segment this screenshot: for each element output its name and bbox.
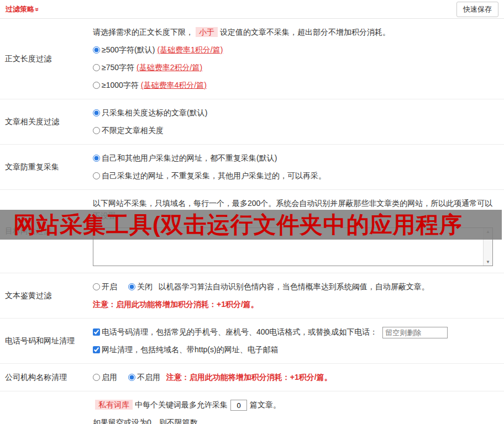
company-clean-options: 启用 不启用 注意：启用此功能将增加积分消耗：+1积分/篇。 — [93, 371, 498, 384]
company-option-on-label[interactable]: 启用 — [93, 373, 117, 381]
row-label-anti-duplicate: 文章防重复采集 — [0, 145, 93, 189]
option-fee: (基础费率2积分/篇) — [136, 63, 202, 72]
relevance-option-strict-label[interactable]: 只采集相关度达标的文章(默认) — [93, 108, 207, 117]
row-content-body-length: 请选择需求的正文长度下限，小于设定值的文章不采集，超出部分不增加积分消耗。 ≥5… — [93, 19, 504, 99]
url-clean-checkbox[interactable] — [93, 346, 100, 353]
row-label-relevance: 文章相关度过滤 — [0, 99, 93, 144]
url-clean-line: 网址清理，包括纯域名、带http(s)的网址、电子邮箱 — [93, 343, 498, 356]
phone-clean-checkbox[interactable] — [93, 328, 100, 336]
row-label-body-length: 正文长度过滤 — [0, 19, 93, 99]
length-radio-750[interactable] — [93, 64, 100, 71]
length-option-500-label[interactable]: ≥500字符(默认) — [93, 45, 155, 54]
option-text: 自己采集过的网址，不重复采集，其他用户采集过的，可以再采。 — [102, 171, 326, 180]
page-title: 过滤策略» — [6, 4, 39, 14]
option-text: 不启用 — [137, 373, 160, 381]
row-porn-filter: 文本鉴黄过滤 开启 关闭 以机器学习算法自动识别色情内容，当色情概率达到系统阈值… — [0, 273, 504, 319]
option-text: 启用 — [102, 373, 117, 381]
company-option-off-label[interactable]: 不启用 — [128, 373, 160, 381]
chevron-double-down-icon: » — [33, 7, 41, 11]
url-clean-checkbox-label[interactable]: 网址清理，包括纯域名、带http(s)的网址、电子邮箱 — [93, 345, 279, 354]
row-content-company-clean: 启用 不启用 注意：启用此功能将增加积分消耗：+1积分/篇。 — [93, 364, 504, 391]
dedupe-radio-self[interactable] — [93, 172, 100, 179]
option-text: 自己和其他用户采集过的网址，都不重复采集(默认) — [102, 153, 277, 162]
porn-option-on-label[interactable]: 开启 — [93, 282, 117, 291]
dedupe-option-self[interactable]: 自己采集过的网址，不重复采集，其他用户采集过的，可以再采。 — [93, 169, 498, 182]
relevance-option-any-label[interactable]: 不限定文章相关度 — [93, 126, 164, 135]
row-relevance-filter: 文章相关度过滤 只采集相关度达标的文章(默认) 不限定文章相关度 — [0, 99, 504, 145]
dedupe-option-global-label[interactable]: 自己和其他用户采集过的网址，都不重复采集(默认) — [93, 153, 277, 162]
relevance-radio-strict[interactable] — [93, 109, 100, 116]
relevance-radio-any[interactable] — [93, 127, 100, 134]
dedupe-radio-global[interactable] — [93, 155, 100, 162]
option-text: 开启 — [102, 282, 117, 291]
relevance-option-strict[interactable]: 只采集相关度达标的文章(默认) — [93, 107, 498, 119]
private-lexicon-badge: 私有词库 — [95, 400, 133, 410]
row-label-phone-url-clean: 电话号码和网址清理 — [0, 319, 93, 363]
topbar: 过滤策略» 快速保存 — [0, 0, 504, 19]
max-articles-input[interactable] — [230, 400, 247, 411]
body-length-intro: 请选择需求的正文长度下限，小于设定值的文章不采集，超出部分不增加积分消耗。 — [93, 26, 498, 39]
porn-filter-desc: 以机器学习算法自动识别色情内容，当色情概率达到系统阈值，自动屏蔽文章。 — [159, 282, 429, 291]
porn-filter-note: 注意：启用此功能将增加积分消耗：+1积分/篇。 — [93, 298, 498, 311]
length-option-1000[interactable]: ≥1000字符(基础费率4积分/篇) — [93, 79, 498, 92]
porn-radio-off[interactable] — [128, 283, 135, 290]
option-text: 只采集相关度达标的文章(默认) — [102, 108, 207, 117]
company-radio-on[interactable] — [93, 374, 100, 381]
row-content-porn-filter: 开启 关闭 以机器学习算法自动识别色情内容，当色情概率达到系统阈值，自动屏蔽文章… — [93, 273, 504, 318]
option-fee: (基础费率1积分/篇) — [157, 45, 223, 54]
row-phone-url-clean: 电话号码和网址清理 电话号码清理，包括常见的手机号、座机号、400电话格式，或替… — [0, 319, 504, 364]
length-option-750-label[interactable]: ≥750字符 — [93, 63, 134, 72]
option-text: ≥500字符(默认) — [102, 45, 155, 54]
keyword-limit-line1: 私有词库中每个关键词最多允许采集篇文章。 — [93, 399, 498, 411]
option-text: ≥750字符 — [102, 63, 134, 72]
quick-save-button[interactable]: 快速保存 — [456, 2, 498, 17]
option-text: 关闭 — [137, 282, 153, 291]
line1-post-text: 篇文章。 — [250, 400, 281, 409]
page-title-text: 过滤策略 — [6, 5, 34, 13]
option-text: ≥1000字符 — [102, 81, 139, 89]
company-clean-note: 注意：启用此功能将增加积分消耗：+1积分/篇。 — [166, 373, 332, 381]
overlay-banner-text: 网站采集工具(双击运行文件夹中的应用程序 — [13, 210, 463, 240]
company-radio-off[interactable] — [128, 374, 135, 381]
row-anti-duplicate: 文章防重复采集 自己和其他用户采集过的网址，都不重复采集(默认) 自己采集过的网… — [0, 145, 504, 190]
replacement-phone-input[interactable] — [382, 327, 448, 338]
row-content-relevance: 只采集相关度达标的文章(默认) 不限定文章相关度 — [93, 99, 504, 144]
row-keyword-limit: 关键词防重复采集 私有词库中每个关键词最多允许采集篇文章。 如果留空或设为0，则… — [0, 391, 504, 424]
scroll-down-icon[interactable]: ▼ — [486, 259, 490, 264]
row-label-porn-filter: 文本鉴黄过滤 — [0, 273, 93, 318]
phone-clean-checkbox-label[interactable]: 电话号码清理，包括常见的手机号、座机号、400电话格式，或替换成如下电话： — [93, 327, 377, 336]
row-content-phone-url-clean: 电话号码清理，包括常见的手机号、座机号、400电话格式，或替换成如下电话： 网址… — [93, 319, 504, 363]
porn-radio-on[interactable] — [93, 283, 100, 290]
phone-clean-line: 电话号码清理，包括常见的手机号、座机号、400电话格式，或替换成如下电话： — [93, 326, 498, 338]
less-than-badge: 小于 — [196, 27, 218, 37]
row-content-keyword-limit: 私有词库中每个关键词最多允许采集篇文章。 如果留空或设为0，则不限篇数。 如果设… — [93, 391, 504, 424]
relevance-option-any[interactable]: 不限定文章相关度 — [93, 124, 498, 137]
overlay-banner: 网站采集工具(双击运行文件夹中的应用程序 — [0, 210, 502, 240]
porn-filter-options: 开启 关闭 以机器学习算法自动识别色情内容，当色情概率达到系统阈值，自动屏蔽文章… — [93, 280, 498, 293]
porn-option-off-label[interactable]: 关闭 — [128, 282, 153, 291]
length-radio-1000[interactable] — [93, 82, 100, 89]
option-text: 不限定文章相关度 — [102, 126, 164, 135]
line1-mid-text: 中每个关键词最多允许采集 — [135, 400, 228, 409]
row-label-keyword-limit: 关键词防重复采集 — [0, 391, 93, 424]
dedupe-option-self-label[interactable]: 自己采集过的网址，不重复采集，其他用户采集过的，可以再采。 — [93, 171, 326, 180]
keyword-limit-line2: 如果留空或设为0，则不限篇数。 — [93, 416, 498, 424]
option-fee: (基础费率4积分/篇) — [141, 81, 207, 89]
intro-text-post: 设定值的文章不采集，超出部分不增加积分消耗。 — [220, 28, 390, 36]
row-content-anti-duplicate: 自己和其他用户采集过的网址，都不重复采集(默认) 自己采集过的网址，不重复采集，… — [93, 145, 504, 189]
checkbox-text: 电话号码清理，包括常见的手机号、座机号、400电话格式，或替换成如下电话： — [102, 327, 377, 336]
length-option-750[interactable]: ≥750字符(基础费率2积分/篇) — [93, 61, 498, 74]
intro-text-pre: 请选择需求的正文长度下限， — [93, 28, 193, 36]
dedupe-option-global[interactable]: 自己和其他用户采集过的网址，都不重复采集(默认) — [93, 152, 498, 165]
row-body-length-filter: 正文长度过滤 请选择需求的正文长度下限，小于设定值的文章不采集，超出部分不增加积… — [0, 19, 504, 99]
length-option-1000-label[interactable]: ≥1000字符 — [93, 81, 139, 89]
length-radio-500[interactable] — [93, 46, 100, 54]
row-company-clean: 公司机构名称清理 启用 不启用 注意：启用此功能将增加积分消耗：+1积分/篇。 — [0, 364, 504, 391]
row-target-site-filter: 目标网站过滤 以下网站不采集，只填域名，每行一个，最多200个。系统会自动识别并… — [0, 190, 504, 273]
row-label-company-clean: 公司机构名称清理 — [0, 364, 93, 391]
checkbox-text: 网址清理，包括纯域名、带http(s)的网址、电子邮箱 — [102, 345, 279, 354]
length-option-500[interactable]: ≥500字符(默认)(基础费率1积分/篇) — [93, 44, 498, 56]
